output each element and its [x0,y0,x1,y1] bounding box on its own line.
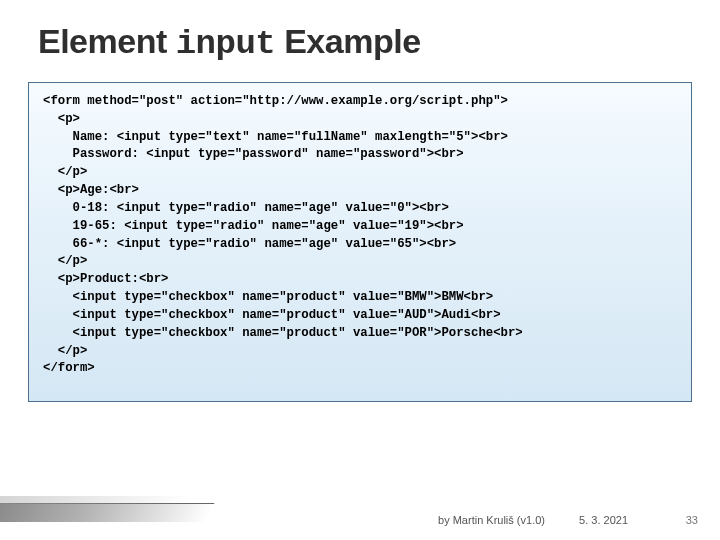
code-line: <p>Age:<br> [43,183,139,197]
corner-decoration [0,472,210,522]
code-line: Name: <input type="text" name="fullName"… [43,130,508,144]
code-line: <form method="post" action="http://www.e… [43,94,508,108]
date: 5. 3. 2021 [579,514,628,526]
code-line: Password: <input type="password" name="p… [43,147,464,161]
title-mono: input [176,25,276,63]
title-prefix: Element [38,22,176,60]
code-line: 66-*: <input type="radio" name="age" val… [43,237,456,251]
code-line: </p> [43,165,87,179]
code-line: 0-18: <input type="radio" name="age" val… [43,201,449,215]
code-line: </p> [43,344,87,358]
byline: by Martin Kruliš (v1.0) [438,514,545,526]
code-box: <form method="post" action="http://www.e… [28,82,692,402]
code-line: <input type="checkbox" name="product" va… [43,290,493,304]
code-line: <input type="checkbox" name="product" va… [43,308,501,322]
code-line: 19-65: <input type="radio" name="age" va… [43,219,464,233]
page-number: 33 [686,514,698,526]
code-line: <p> [43,112,80,126]
code-line: <input type="checkbox" name="product" va… [43,326,523,340]
code-line: </form> [43,361,95,375]
slide-title: Element input Example [38,22,421,63]
title-suffix: Example [275,22,420,60]
code-line: </p> [43,254,87,268]
code-line: <p>Product:<br> [43,272,168,286]
